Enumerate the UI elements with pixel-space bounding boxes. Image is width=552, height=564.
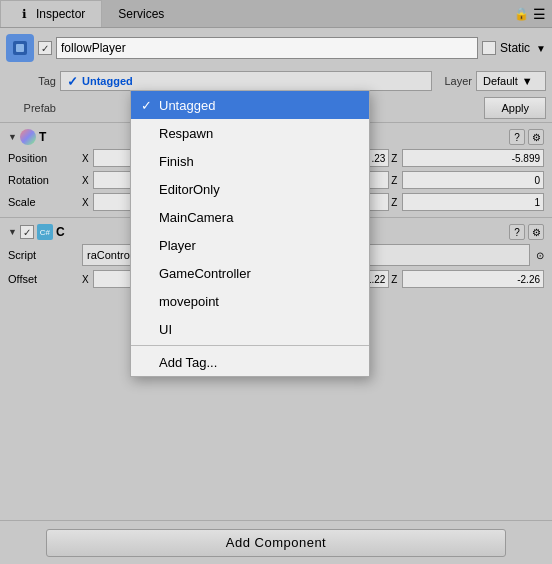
dropdown-item-finish[interactable]: Finish bbox=[131, 147, 369, 175]
add-component-bar: Add Component bbox=[0, 520, 552, 564]
dropdown-item-gamecontroller[interactable]: GameController bbox=[131, 259, 369, 287]
dropdown-item-maincamera[interactable]: MainCamera bbox=[131, 203, 369, 231]
layer-value: Default bbox=[483, 75, 518, 87]
apply-button[interactable]: Apply bbox=[484, 97, 546, 119]
off-z-label: Z bbox=[391, 274, 401, 285]
rot-z-label: Z bbox=[391, 175, 401, 186]
dropdown-item-untagged[interactable]: ✓ Untagged bbox=[131, 91, 369, 119]
script-help-icon[interactable]: ? bbox=[509, 224, 525, 240]
dropdown-separator bbox=[131, 345, 369, 346]
offset-label: Offset bbox=[8, 273, 78, 285]
rot-z-input[interactable] bbox=[402, 171, 544, 189]
script-icon: C# bbox=[37, 224, 53, 240]
layer-arrow: ▼ bbox=[522, 75, 533, 87]
layer-dropdown[interactable]: Default ▼ bbox=[476, 71, 546, 91]
layer-label: Layer bbox=[444, 75, 472, 87]
tag-label: Tag bbox=[6, 75, 56, 87]
add-component-label: Add Component bbox=[226, 535, 326, 550]
transform-title: T bbox=[39, 130, 46, 144]
tag-dropdown-popup: ✓ Untagged Respawn Finish EditorOnly Mai… bbox=[130, 90, 370, 377]
dropdown-item-editoronly[interactable]: EditorOnly bbox=[131, 175, 369, 203]
tab-inspector[interactable]: ℹ Inspector bbox=[0, 0, 102, 27]
off-z-pair: Z bbox=[391, 270, 544, 288]
off-z-input[interactable] bbox=[402, 270, 544, 288]
lock-icon[interactable]: 🔒 bbox=[514, 7, 529, 21]
pos-z-label: Z bbox=[391, 153, 401, 164]
scl-x-label: X bbox=[82, 197, 92, 208]
dropdown-item-ui[interactable]: UI bbox=[131, 315, 369, 343]
script-select-icon[interactable]: ⊙ bbox=[536, 250, 544, 261]
transform-gear-icon[interactable]: ⚙ bbox=[528, 129, 544, 145]
add-component-button[interactable]: Add Component bbox=[46, 529, 506, 557]
pos-z-pair: Z bbox=[391, 149, 544, 167]
script-active-checkbox[interactable] bbox=[20, 225, 34, 239]
static-dropdown-arrow[interactable]: ▼ bbox=[536, 43, 546, 54]
script-collapse[interactable]: ▼ bbox=[8, 227, 17, 237]
dropdown-item-player[interactable]: Player bbox=[131, 231, 369, 259]
scl-z-pair: Z bbox=[391, 193, 544, 211]
pos-x-label: X bbox=[82, 153, 92, 164]
tab-bar: ℹ Inspector Services 🔒 ☰ bbox=[0, 0, 552, 28]
tag-value: Untagged bbox=[82, 75, 133, 87]
tab-services[interactable]: Services bbox=[102, 0, 180, 27]
dropdown-item-movepoint[interactable]: movepoint bbox=[131, 287, 369, 315]
off-x-label: X bbox=[82, 274, 92, 285]
gameobject-icon bbox=[6, 34, 34, 62]
rot-x-label: X bbox=[82, 175, 92, 186]
active-checkbox[interactable] bbox=[38, 41, 52, 55]
tab-bar-right: 🔒 ☰ bbox=[514, 0, 552, 27]
script-title: C bbox=[56, 225, 65, 239]
svg-rect-1 bbox=[16, 44, 24, 52]
scl-z-input[interactable] bbox=[402, 193, 544, 211]
rot-z-pair: Z bbox=[391, 171, 544, 189]
static-label: Static bbox=[500, 41, 530, 55]
scl-z-label: Z bbox=[391, 197, 401, 208]
dropdown-item-respawn[interactable]: Respawn bbox=[131, 119, 369, 147]
tab-bar-menu[interactable]: ☰ bbox=[533, 6, 546, 22]
prefab-label: Prefab bbox=[6, 102, 56, 114]
static-checkbox[interactable] bbox=[482, 41, 496, 55]
inspector-header: Static ▼ bbox=[0, 28, 552, 68]
check-untagged: ✓ bbox=[141, 98, 159, 113]
transform-icon bbox=[20, 129, 36, 145]
tab-services-label: Services bbox=[118, 7, 164, 21]
dropdown-item-addtag[interactable]: Add Tag... bbox=[131, 348, 369, 376]
transform-collapse[interactable]: ▼ bbox=[8, 132, 17, 142]
object-name-input[interactable] bbox=[56, 37, 478, 59]
script-value: raControl bbox=[87, 249, 132, 261]
tag-check: ✓ bbox=[67, 74, 78, 89]
script-gear-icon[interactable]: ⚙ bbox=[528, 224, 544, 240]
transform-help-icon[interactable]: ? bbox=[509, 129, 525, 145]
script-label: Script bbox=[8, 249, 78, 261]
pos-z-input[interactable] bbox=[402, 149, 544, 167]
position-label: Position bbox=[8, 152, 78, 164]
scale-label: Scale bbox=[8, 196, 78, 208]
tab-inspector-label: Inspector bbox=[36, 7, 85, 21]
rotation-label: Rotation bbox=[8, 174, 78, 186]
static-section: Static ▼ bbox=[482, 41, 546, 55]
info-icon: ℹ bbox=[17, 7, 31, 21]
tag-dropdown[interactable]: ✓ Untagged bbox=[60, 71, 432, 91]
